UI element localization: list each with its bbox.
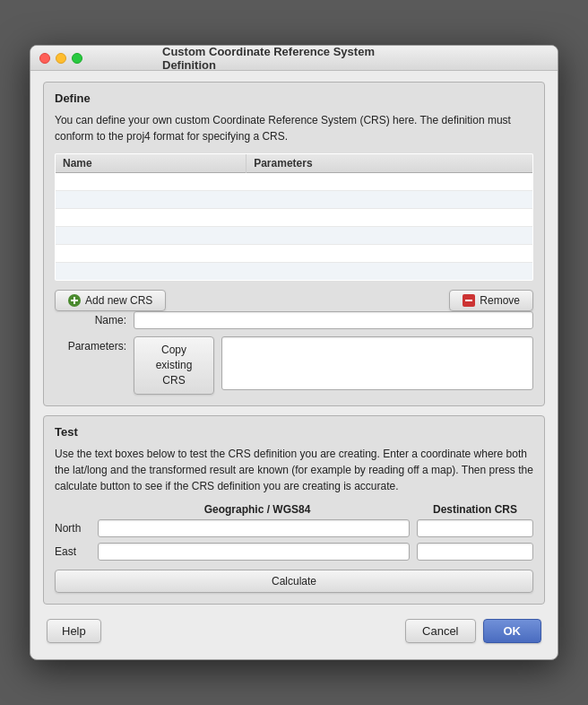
east-label: East [55,545,91,558]
traffic-lights [39,53,82,64]
crs-table: Name Parameters [55,153,533,281]
cancel-button[interactable]: Cancel [405,619,475,643]
table-row[interactable] [56,173,533,191]
define-section: Define You can define your own custom Co… [43,82,545,405]
help-button[interactable]: Help [47,619,101,643]
window-title: Custom Coordinate Reference System Defin… [162,45,426,72]
params-label: Parameters: [55,336,126,352]
test-info-text: Use the text boxes below to test the CRS… [55,446,533,494]
params-controls: Copy existing CRS [134,336,533,394]
name-row: Name: [55,311,533,329]
test-section: Test Use the text boxes below to test th… [43,415,545,605]
define-section-title: Define [55,91,533,105]
east-dest-input[interactable] [417,543,533,561]
table-row[interactable] [56,209,533,227]
remove-icon [463,294,475,307]
col-params-header: Parameters [246,154,533,173]
footer-row: Help Cancel OK [43,614,545,647]
footer-right: Cancel OK [405,619,541,643]
add-crs-button[interactable]: Add new CRS [55,290,166,311]
window-body: Define You can define your own custom Co… [30,71,558,658]
geo-header: Geographic / WGS84 [98,503,417,516]
table-row[interactable] [56,191,533,209]
minimize-button[interactable] [56,53,66,64]
copy-existing-button[interactable]: Copy existing CRS [134,336,214,394]
north-label: North [55,522,91,535]
titlebar: Custom Coordinate Reference System Defin… [30,46,558,71]
params-textarea[interactable] [221,336,533,390]
east-geo-input[interactable] [98,543,410,561]
test-section-title: Test [55,425,533,439]
table-row[interactable] [56,263,533,281]
north-dest-input[interactable] [417,519,533,537]
north-geo-input[interactable] [98,519,410,537]
define-info-text: You can define your own custom Coordinat… [55,112,533,144]
maximize-button[interactable] [72,53,82,64]
params-row: Parameters: Copy existing CRS [55,336,533,394]
add-icon [68,294,81,307]
table-row[interactable] [56,227,533,245]
name-label: Name: [55,314,126,326]
table-header-row: Name Parameters [56,154,533,173]
main-window: Custom Coordinate Reference System Defin… [30,45,558,659]
col-name-header: Name [56,154,246,173]
remove-crs-button[interactable]: Remove [449,290,533,311]
close-button[interactable] [39,53,50,64]
table-actions-row: Add new CRS Remove [55,290,533,311]
ok-button[interactable]: OK [483,619,542,643]
dest-header: Destination CRS [417,503,533,516]
remove-crs-label: Remove [480,294,520,307]
calculate-button[interactable]: Calculate [55,570,533,593]
coord-headers: Geographic / WGS84 Destination CRS [55,503,533,516]
north-row: North [55,519,533,537]
east-row: East [55,543,533,561]
name-input[interactable] [134,311,533,329]
add-crs-label: Add new CRS [85,294,152,307]
table-row[interactable] [56,245,533,263]
